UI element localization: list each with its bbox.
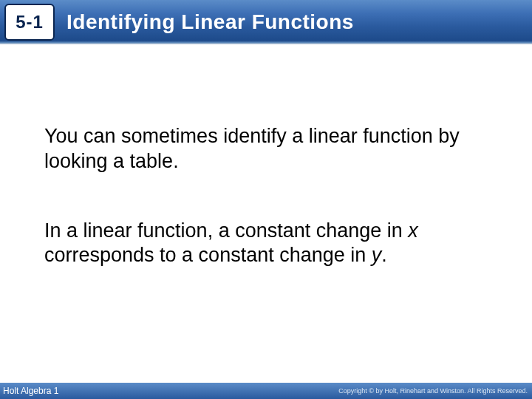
para2-var-x: x xyxy=(408,219,418,242)
copyright-text: Copyright © by Holt, Rinehart and Winsto… xyxy=(338,387,528,395)
section-number: 5-1 xyxy=(16,12,44,33)
paragraph-1: You can sometimes identify a linear func… xyxy=(44,124,488,174)
lesson-title: Identifying Linear Functions xyxy=(66,10,354,34)
para2-text-pre: In a linear function, a constant change … xyxy=(44,219,408,242)
slide-content: You can sometimes identify a linear func… xyxy=(44,124,488,268)
para2-text-mid: corresponds to a constant change in xyxy=(44,244,372,266)
paragraph-2: In a linear function, a constant change … xyxy=(44,219,488,269)
section-number-badge: 5-1 xyxy=(4,4,55,41)
book-title: Holt Algebra 1 xyxy=(3,386,58,396)
slide-footer: Holt Algebra 1 Copyright © by Holt, Rine… xyxy=(0,383,532,399)
slide-header: 5-1 Identifying Linear Functions xyxy=(0,0,532,44)
para2-text-post: . xyxy=(381,244,387,266)
para2-var-y: y xyxy=(372,244,382,266)
